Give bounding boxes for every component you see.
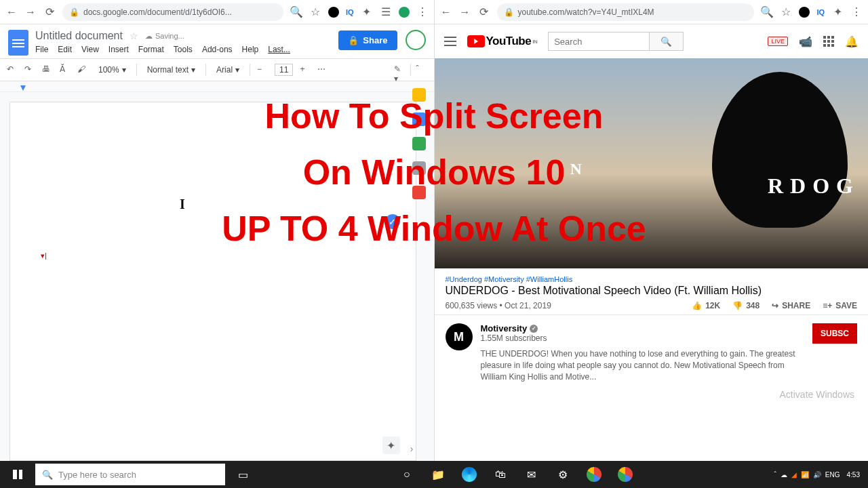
chrome-menu-icon[interactable]: ⋮	[850, 6, 863, 18]
apps-grid-icon[interactable]	[823, 36, 834, 47]
chrome-icon[interactable]	[579, 461, 609, 488]
tray-chevron-icon[interactable]: ˆ	[774, 471, 776, 479]
forward-button[interactable]: →	[459, 6, 471, 18]
live-badge[interactable]: LIVE	[768, 37, 788, 46]
ruler[interactable]	[0, 81, 434, 92]
style-select[interactable]: Normal text ▾	[144, 63, 199, 77]
channel-avatar[interactable]: M	[446, 323, 473, 350]
reload-button[interactable]: ⟳	[478, 6, 490, 18]
address-bar[interactable]: 🔒 docs.google.com/document/d/1ty6dOI6...	[62, 3, 283, 21]
video-hashtags[interactable]: #Underdog #Motiversity #WilliamHollis	[435, 268, 869, 285]
settings-icon[interactable]: ⚙	[548, 461, 578, 488]
tray-wifi-icon[interactable]: 📶	[801, 471, 809, 479]
redo-icon[interactable]: ↷	[24, 64, 35, 75]
calendar-icon[interactable]	[412, 113, 426, 126]
url-text: docs.google.com/document/d/1ty6dOI6...	[83, 7, 232, 17]
reload-button[interactable]: ⟳	[43, 6, 56, 18]
star-icon[interactable]: ☆	[309, 6, 321, 18]
menu-help[interactable]: Help	[242, 45, 259, 54]
collapse-toolbar-icon[interactable]: ˆ	[416, 64, 427, 75]
chrome-icon-2[interactable]	[610, 461, 640, 488]
extension-iq-icon[interactable]: IQ	[346, 8, 354, 16]
channel-name[interactable]: Motiversity ✓	[481, 323, 804, 333]
font-size-dec[interactable]: −	[257, 64, 268, 75]
mail-icon[interactable]: ✉	[517, 461, 547, 488]
tray-language[interactable]: ENG	[825, 471, 840, 479]
tray-clock[interactable]: 4:53	[847, 471, 860, 479]
back-button[interactable]: ←	[5, 6, 18, 18]
activate-windows-watermark: Activate Windows	[780, 389, 854, 400]
docs-menu-bar: File Edit View Insert Format Tools Add-o…	[35, 45, 332, 54]
share-button[interactable]: ↪ SHARE	[772, 301, 810, 310]
create-icon[interactable]: 📹	[799, 35, 812, 48]
extension-icon-2[interactable]	[399, 7, 410, 18]
taskbar-search[interactable]: 🔍 Type here to search	[35, 464, 225, 485]
menu-format[interactable]: Format	[138, 45, 164, 54]
more-icon[interactable]: ⋯	[317, 64, 328, 75]
search-icon: 🔍	[42, 470, 53, 480]
paint-format-icon[interactable]: 🖌	[77, 64, 88, 75]
tray-antivirus-icon[interactable]: ◢	[791, 471, 797, 479]
address-bar[interactable]: 🔒 youtube.com/watch?v=Y4U_mtIXL4M	[497, 3, 755, 21]
font-size-value[interactable]: 11	[275, 64, 293, 76]
subscribe-button[interactable]: SUBSC	[812, 323, 857, 344]
cortana-icon[interactable]: ○	[392, 461, 422, 488]
last-edit-link[interactable]: Last...	[268, 45, 290, 54]
video-player[interactable]: N RDOG	[435, 58, 869, 268]
document-title[interactable]: Untitled document	[35, 30, 123, 42]
menu-file[interactable]: File	[35, 45, 48, 54]
keep-icon[interactable]	[412, 88, 426, 102]
docs-logo-icon[interactable]	[8, 30, 28, 56]
menu-view[interactable]: View	[81, 45, 99, 54]
task-view-icon[interactable]: ▭	[228, 461, 258, 488]
hamburger-icon[interactable]	[444, 37, 456, 46]
editing-mode-icon[interactable]: ✎ ▾	[394, 64, 405, 75]
font-select[interactable]: Arial ▾	[213, 63, 243, 77]
youtube-logo[interactable]: YouTubeIN	[467, 35, 538, 48]
grammarly-badge-icon[interactable]: ✓	[385, 214, 400, 229]
tray-volume-icon[interactable]: 🔊	[813, 471, 821, 479]
save-button[interactable]: ≡+ SAVE	[823, 301, 857, 310]
explore-button-icon[interactable]: ✦	[382, 436, 400, 454]
explorer-icon[interactable]: 📁	[423, 461, 453, 488]
menu-edit[interactable]: Edit	[58, 45, 72, 54]
contacts-icon[interactable]	[412, 161, 426, 175]
print-icon[interactable]: 🖶	[42, 64, 53, 75]
store-icon[interactable]: 🛍	[486, 461, 515, 488]
zoom-select[interactable]: 100% ▾	[95, 63, 130, 77]
star-doc-icon[interactable]: ☆	[130, 30, 138, 41]
tray-onedrive-icon[interactable]: ☁	[781, 471, 787, 479]
search-input[interactable]	[548, 32, 650, 51]
extension-iq-icon[interactable]: IQ	[816, 8, 825, 16]
menu-addons[interactable]: Add-ons	[202, 45, 233, 54]
zoom-icon[interactable]: 🔍	[761, 6, 773, 18]
font-size-inc[interactable]: +	[300, 64, 311, 75]
extensions-icon[interactable]: ✦	[831, 6, 844, 18]
extension-icon-1[interactable]	[799, 7, 810, 18]
extensions-icon[interactable]: ✦	[361, 6, 373, 18]
tasks-icon[interactable]	[412, 137, 426, 150]
chrome-menu-icon[interactable]: ⋮	[416, 6, 429, 18]
document-page[interactable]: ▾|	[9, 102, 416, 461]
notifications-icon[interactable]: 🔔	[845, 35, 859, 48]
account-avatar[interactable]	[406, 30, 426, 50]
extension-icon-1[interactable]	[328, 7, 339, 18]
edge-icon[interactable]	[454, 461, 484, 488]
dislike-button[interactable]: 👎 348	[732, 301, 760, 310]
share-button[interactable]: 🔒 Share	[338, 30, 397, 50]
video-title: UNDERDOG - Best Motivational Speech Vide…	[435, 285, 869, 297]
reading-list-icon[interactable]: ☰	[380, 6, 392, 18]
star-icon[interactable]: ☆	[780, 6, 792, 18]
spellcheck-icon[interactable]: Ӑ	[60, 64, 71, 75]
menu-insert[interactable]: Insert	[108, 45, 129, 54]
verified-icon: ✓	[530, 325, 538, 333]
zoom-icon[interactable]: 🔍	[290, 6, 302, 18]
menu-tools[interactable]: Tools	[174, 45, 193, 54]
undo-icon[interactable]: ↶	[7, 64, 18, 75]
media-pause-button[interactable]	[3, 461, 33, 488]
back-button[interactable]: ←	[440, 6, 452, 18]
like-button[interactable]: 👍 12K	[692, 301, 720, 310]
forward-button[interactable]: →	[24, 6, 37, 18]
search-button[interactable]: 🔍	[650, 32, 684, 51]
maps-icon[interactable]	[412, 186, 426, 199]
